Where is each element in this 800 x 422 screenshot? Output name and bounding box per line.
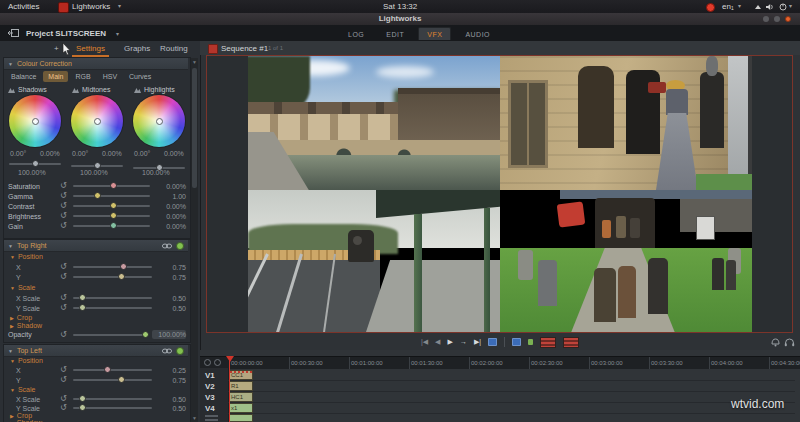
midtones-master-slider[interactable] xyxy=(71,165,123,167)
tl-scale-group[interactable]: ▼ Scale xyxy=(10,386,35,393)
gamma-value[interactable]: 1.00 xyxy=(156,193,186,200)
highlights-master-value[interactable]: 100.00% xyxy=(142,169,170,176)
track-label-v4[interactable]: V4 xyxy=(205,404,215,413)
reset-icon[interactable]: ↺ xyxy=(60,331,67,339)
tl-crop-group[interactable]: ▶ Crop xyxy=(10,412,32,419)
scroll-down-icon[interactable]: ▼ xyxy=(191,415,198,421)
slider-knob[interactable] xyxy=(32,160,39,167)
cc-tab-rgb[interactable]: RGB xyxy=(70,71,95,82)
close-button[interactable] xyxy=(785,16,791,22)
tl-x-slider[interactable] xyxy=(73,369,152,371)
top-left-header[interactable]: ▼ Top Left xyxy=(4,345,188,357)
tl-y-value[interactable]: 0.75 xyxy=(158,377,186,384)
cc-tab-hsv[interactable]: HSV xyxy=(98,71,122,82)
add-panel-button[interactable]: + xyxy=(50,42,63,55)
cc-tab-curves[interactable]: Curves xyxy=(124,71,156,82)
maximize-button[interactable] xyxy=(774,16,780,22)
midtones-master-value[interactable]: 100.00% xyxy=(80,169,108,176)
viewer-title[interactable]: Sequence #1 xyxy=(221,44,268,53)
brightness-slider[interactable] xyxy=(73,215,150,217)
tab-log[interactable]: LOG xyxy=(340,28,372,40)
gamma-slider[interactable] xyxy=(73,195,150,197)
slider-knob[interactable] xyxy=(104,366,111,373)
highlights-colour-wheel[interactable] xyxy=(133,95,185,147)
reset-icon[interactable]: ↺ xyxy=(60,376,67,384)
shadows-angle-value[interactable]: 0.00° xyxy=(10,150,26,157)
timeline-clip-v1[interactable]: CC1 xyxy=(229,370,253,380)
tr-opacity-value[interactable]: 100.00% xyxy=(152,330,186,339)
tr-y-value[interactable]: 0.75 xyxy=(158,274,186,281)
tab-audio[interactable]: AUDIO xyxy=(457,28,498,40)
panel-tab-graphs[interactable]: Graphs xyxy=(120,42,154,55)
shadows-colour-wheel[interactable] xyxy=(9,95,61,147)
tl-position-group[interactable]: ▼ Position xyxy=(10,357,43,364)
midtones-amount-value[interactable]: 0.00% xyxy=(102,150,122,157)
reset-icon[interactable]: ↺ xyxy=(60,273,67,281)
tr-xscale-slider[interactable] xyxy=(73,297,152,299)
tr-yscale-value[interactable]: 0.50 xyxy=(158,305,186,312)
reset-icon[interactable]: ↺ xyxy=(60,263,67,271)
slider-knob[interactable] xyxy=(110,212,117,219)
reset-icon[interactable]: ↺ xyxy=(60,192,67,200)
timeline-settings-icon[interactable] xyxy=(204,359,211,366)
timeline-clip-v2[interactable]: R1 xyxy=(229,381,253,391)
panel-tab-settings[interactable]: Settings xyxy=(72,42,109,57)
tl-yscale-slider[interactable] xyxy=(73,407,152,409)
link-icon[interactable] xyxy=(162,243,172,249)
tl-xscale-value[interactable]: 0.50 xyxy=(158,396,186,403)
reset-icon[interactable]: ↺ xyxy=(60,366,67,374)
timeline-clip-v3[interactable]: HC1 xyxy=(229,392,253,402)
panel-tab-routing[interactable]: Routing xyxy=(156,42,192,55)
timeline-ruler[interactable]: 00:00:00:00 00:00:30:00 00:01:00:00 00:0… xyxy=(200,356,800,369)
highlights-angle-value[interactable]: 0.00° xyxy=(134,150,150,157)
saturation-value[interactable]: 0.00% xyxy=(156,183,186,190)
slider-knob[interactable] xyxy=(120,263,127,270)
contrast-value[interactable]: 0.00% xyxy=(156,203,186,210)
slider-knob[interactable] xyxy=(79,404,86,411)
scroll-up-icon[interactable]: ▼ xyxy=(191,59,198,65)
cc-tab-balance[interactable]: Balance xyxy=(6,71,41,82)
network-icon[interactable] xyxy=(754,3,762,11)
tr-opacity-slider[interactable] xyxy=(73,334,146,336)
red-marker-button-right[interactable] xyxy=(563,337,579,348)
reset-icon[interactable]: ↺ xyxy=(60,404,67,412)
colour-correction-header[interactable]: ▼ Colour Correction xyxy=(4,58,188,70)
panel-scrollbar[interactable]: ▼ ▼ xyxy=(191,58,198,422)
enable-effect-toggle[interactable] xyxy=(176,242,184,250)
reset-icon[interactable]: ↺ xyxy=(60,212,67,220)
screen-record-indicator-icon[interactable] xyxy=(706,3,715,12)
go-to-start-button[interactable]: |◀ xyxy=(421,337,428,347)
tr-position-group[interactable]: ▼ Position xyxy=(10,253,43,260)
slider-knob[interactable] xyxy=(110,202,117,209)
tr-x-slider[interactable] xyxy=(73,266,152,268)
slider-knob[interactable] xyxy=(110,222,117,229)
saturation-slider[interactable] xyxy=(73,185,150,187)
clock[interactable]: Sat 13:32 xyxy=(383,2,417,11)
reset-icon[interactable]: ↺ xyxy=(60,304,67,312)
track-label-v3[interactable]: V3 xyxy=(205,393,215,402)
go-to-end-button[interactable]: ▶| xyxy=(474,337,481,347)
playhead[interactable] xyxy=(229,356,230,422)
gain-slider[interactable] xyxy=(73,225,150,227)
gain-value[interactable]: 0.00% xyxy=(156,223,186,230)
project-selector[interactable]: Project SLITSCREEN xyxy=(26,29,106,38)
timeline-clip-v4[interactable]: x1 xyxy=(229,403,253,413)
slider-knob[interactable] xyxy=(118,376,125,383)
exit-project-icon[interactable] xyxy=(8,29,19,37)
reset-icon[interactable]: ↺ xyxy=(60,182,67,190)
slider-knob[interactable] xyxy=(142,331,149,338)
keyboard-layout-indicator[interactable]: en₁ xyxy=(722,2,734,11)
shadows-master-value[interactable]: 100.00% xyxy=(18,169,46,176)
reset-icon[interactable]: ↺ xyxy=(60,395,67,403)
tr-y-slider[interactable] xyxy=(73,276,152,278)
tr-yscale-slider[interactable] xyxy=(73,307,152,309)
slider-knob[interactable] xyxy=(94,192,101,199)
tl-y-slider[interactable] xyxy=(73,379,152,381)
playhead-flag-icon[interactable] xyxy=(226,356,234,362)
tab-edit[interactable]: EDIT xyxy=(378,28,412,40)
lightworks-app-icon[interactable] xyxy=(58,2,69,13)
slider-knob[interactable] xyxy=(79,304,86,311)
scrollbar-thumb[interactable] xyxy=(192,68,197,188)
notification-bell-icon[interactable] xyxy=(770,337,781,347)
activities-button[interactable]: Activities xyxy=(8,2,40,11)
